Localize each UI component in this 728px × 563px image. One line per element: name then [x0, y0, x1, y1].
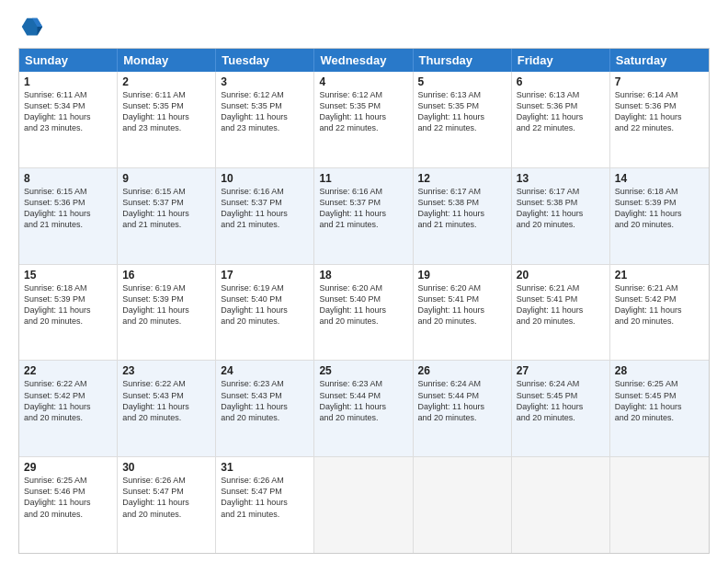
- header: [18, 15, 710, 40]
- calendar-row-1: 1Sunrise: 6:11 AM Sunset: 5:34 PM Daylig…: [19, 72, 709, 167]
- cell-info: Sunrise: 6:17 AM Sunset: 5:38 PM Dayligh…: [517, 186, 605, 231]
- day-number: 18: [319, 269, 407, 282]
- cell-info: Sunrise: 6:18 AM Sunset: 5:39 PM Dayligh…: [24, 282, 112, 327]
- cal-cell: 5Sunrise: 6:13 AM Sunset: 5:35 PM Daylig…: [414, 72, 512, 167]
- day-number: 17: [221, 269, 309, 282]
- cal-cell: 10Sunrise: 6:16 AM Sunset: 5:37 PM Dayli…: [216, 168, 314, 264]
- calendar-row-2: 8Sunrise: 6:15 AM Sunset: 5:36 PM Daylig…: [19, 167, 709, 264]
- cal-cell: [512, 457, 610, 553]
- day-number: 15: [24, 269, 112, 282]
- cell-info: Sunrise: 6:21 AM Sunset: 5:42 PM Dayligh…: [615, 282, 704, 327]
- cal-cell: [314, 457, 413, 553]
- cell-info: Sunrise: 6:25 AM Sunset: 5:46 PM Dayligh…: [24, 475, 112, 520]
- day-number: 23: [122, 364, 210, 377]
- cal-cell: 17Sunrise: 6:19 AM Sunset: 5:40 PM Dayli…: [216, 265, 314, 361]
- logo-icon: [18, 15, 44, 40]
- cal-cell: 23Sunrise: 6:22 AM Sunset: 5:43 PM Dayli…: [118, 361, 216, 456]
- header-tuesday: Tuesday: [216, 49, 314, 72]
- cal-cell: [414, 457, 512, 553]
- day-number: 11: [319, 172, 407, 185]
- cal-cell: 24Sunrise: 6:23 AM Sunset: 5:43 PM Dayli…: [216, 361, 314, 456]
- cal-cell: 29Sunrise: 6:25 AM Sunset: 5:46 PM Dayli…: [19, 457, 118, 553]
- cal-cell: 22Sunrise: 6:22 AM Sunset: 5:42 PM Dayli…: [19, 361, 118, 456]
- day-number: 13: [517, 172, 605, 185]
- day-number: 29: [24, 461, 112, 474]
- day-number: 22: [24, 364, 112, 377]
- cell-info: Sunrise: 6:18 AM Sunset: 5:39 PM Dayligh…: [615, 186, 704, 231]
- day-number: 26: [418, 364, 506, 377]
- cal-cell: 25Sunrise: 6:23 AM Sunset: 5:44 PM Dayli…: [314, 361, 413, 456]
- cal-cell: 26Sunrise: 6:24 AM Sunset: 5:44 PM Dayli…: [414, 361, 512, 456]
- cal-cell: 27Sunrise: 6:24 AM Sunset: 5:45 PM Dayli…: [512, 361, 610, 456]
- day-number: 25: [319, 364, 407, 377]
- cal-cell: 2Sunrise: 6:11 AM Sunset: 5:35 PM Daylig…: [118, 72, 216, 167]
- day-number: 16: [122, 269, 210, 282]
- day-number: 1: [24, 75, 112, 88]
- day-number: 28: [615, 364, 704, 377]
- cal-cell: 15Sunrise: 6:18 AM Sunset: 5:39 PM Dayli…: [19, 265, 118, 361]
- calendar: Sunday Monday Tuesday Wednesday Thursday…: [18, 48, 710, 554]
- cal-cell: 4Sunrise: 6:12 AM Sunset: 5:35 PM Daylig…: [314, 72, 413, 167]
- day-number: 21: [615, 269, 704, 282]
- cell-info: Sunrise: 6:22 AM Sunset: 5:42 PM Dayligh…: [24, 378, 112, 423]
- cell-info: Sunrise: 6:12 AM Sunset: 5:35 PM Dayligh…: [221, 89, 309, 134]
- cell-info: Sunrise: 6:12 AM Sunset: 5:35 PM Dayligh…: [319, 89, 407, 134]
- day-number: 2: [122, 75, 210, 88]
- calendar-row-4: 22Sunrise: 6:22 AM Sunset: 5:42 PM Dayli…: [19, 360, 709, 456]
- calendar-row-3: 15Sunrise: 6:18 AM Sunset: 5:39 PM Dayli…: [19, 264, 709, 361]
- cal-cell: 28Sunrise: 6:25 AM Sunset: 5:45 PM Dayli…: [610, 361, 709, 456]
- header-wednesday: Wednesday: [314, 49, 413, 72]
- cell-info: Sunrise: 6:23 AM Sunset: 5:43 PM Dayligh…: [221, 378, 309, 423]
- day-number: 7: [615, 75, 704, 88]
- cell-info: Sunrise: 6:24 AM Sunset: 5:45 PM Dayligh…: [517, 378, 605, 423]
- day-number: 31: [221, 461, 309, 474]
- cal-cell: 9Sunrise: 6:15 AM Sunset: 5:37 PM Daylig…: [118, 168, 216, 264]
- header-sunday: Sunday: [19, 49, 118, 72]
- day-number: 9: [122, 172, 210, 185]
- cell-info: Sunrise: 6:11 AM Sunset: 5:34 PM Dayligh…: [24, 89, 112, 134]
- cell-info: Sunrise: 6:19 AM Sunset: 5:40 PM Dayligh…: [221, 282, 309, 327]
- cell-info: Sunrise: 6:26 AM Sunset: 5:47 PM Dayligh…: [122, 475, 210, 520]
- logo: [18, 15, 46, 40]
- cal-cell: 18Sunrise: 6:20 AM Sunset: 5:40 PM Dayli…: [314, 265, 413, 361]
- day-number: 4: [319, 75, 407, 88]
- cell-info: Sunrise: 6:23 AM Sunset: 5:44 PM Dayligh…: [319, 378, 407, 423]
- cell-info: Sunrise: 6:19 AM Sunset: 5:39 PM Dayligh…: [122, 282, 210, 327]
- cal-cell: 7Sunrise: 6:14 AM Sunset: 5:36 PM Daylig…: [610, 72, 709, 167]
- day-number: 14: [615, 172, 704, 185]
- calendar-header: Sunday Monday Tuesday Wednesday Thursday…: [19, 49, 709, 72]
- day-number: 8: [24, 172, 112, 185]
- calendar-row-5: 29Sunrise: 6:25 AM Sunset: 5:46 PM Dayli…: [19, 456, 709, 553]
- day-number: 3: [221, 75, 309, 88]
- cell-info: Sunrise: 6:13 AM Sunset: 5:36 PM Dayligh…: [517, 89, 605, 134]
- cal-cell: 12Sunrise: 6:17 AM Sunset: 5:38 PM Dayli…: [414, 168, 512, 264]
- cell-info: Sunrise: 6:26 AM Sunset: 5:47 PM Dayligh…: [221, 475, 309, 520]
- cal-cell: 14Sunrise: 6:18 AM Sunset: 5:39 PM Dayli…: [610, 168, 709, 264]
- header-friday: Friday: [512, 49, 610, 72]
- cal-cell: 8Sunrise: 6:15 AM Sunset: 5:36 PM Daylig…: [19, 168, 118, 264]
- cell-info: Sunrise: 6:25 AM Sunset: 5:45 PM Dayligh…: [615, 378, 704, 423]
- cell-info: Sunrise: 6:24 AM Sunset: 5:44 PM Dayligh…: [418, 378, 506, 423]
- day-number: 30: [122, 461, 210, 474]
- cal-cell: 30Sunrise: 6:26 AM Sunset: 5:47 PM Dayli…: [118, 457, 216, 553]
- cal-cell: 1Sunrise: 6:11 AM Sunset: 5:34 PM Daylig…: [19, 72, 118, 167]
- page: Sunday Monday Tuesday Wednesday Thursday…: [0, 0, 728, 563]
- day-number: 19: [418, 269, 506, 282]
- cell-info: Sunrise: 6:20 AM Sunset: 5:40 PM Dayligh…: [319, 282, 407, 327]
- cal-cell: 21Sunrise: 6:21 AM Sunset: 5:42 PM Dayli…: [610, 265, 709, 361]
- header-saturday: Saturday: [610, 49, 709, 72]
- cal-cell: 19Sunrise: 6:20 AM Sunset: 5:41 PM Dayli…: [414, 265, 512, 361]
- day-number: 5: [418, 75, 506, 88]
- header-monday: Monday: [118, 49, 216, 72]
- day-number: 6: [517, 75, 605, 88]
- cal-cell: 16Sunrise: 6:19 AM Sunset: 5:39 PM Dayli…: [118, 265, 216, 361]
- day-number: 20: [517, 269, 605, 282]
- cell-info: Sunrise: 6:14 AM Sunset: 5:36 PM Dayligh…: [615, 89, 704, 134]
- cal-cell: 20Sunrise: 6:21 AM Sunset: 5:41 PM Dayli…: [512, 265, 610, 361]
- cal-cell: [610, 457, 709, 553]
- svg-marker-2: [38, 27, 43, 35]
- day-number: 12: [418, 172, 506, 185]
- cell-info: Sunrise: 6:13 AM Sunset: 5:35 PM Dayligh…: [418, 89, 506, 134]
- cell-info: Sunrise: 6:15 AM Sunset: 5:36 PM Dayligh…: [24, 186, 112, 231]
- cell-info: Sunrise: 6:20 AM Sunset: 5:41 PM Dayligh…: [418, 282, 506, 327]
